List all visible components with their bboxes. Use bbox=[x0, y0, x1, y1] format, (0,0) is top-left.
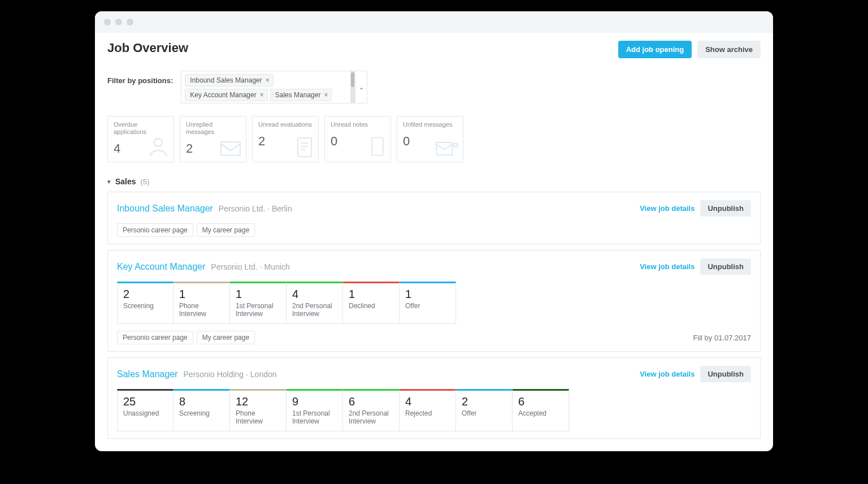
section-header[interactable]: ▾ Sales (5) bbox=[107, 177, 761, 186]
stage-cell[interactable]: 8Screening bbox=[173, 389, 230, 431]
remove-tag-icon[interactable]: × bbox=[324, 91, 328, 99]
app-window: Job Overview Add job opening Show archiv… bbox=[95, 11, 773, 451]
channel-tag[interactable]: My career page bbox=[197, 223, 255, 237]
stat-label: Unread evaluations bbox=[258, 121, 313, 128]
filter-scrollbar[interactable] bbox=[350, 71, 355, 103]
job-meta: Personio Holding · London bbox=[181, 370, 277, 379]
filter-row: Filter by positions: Inbound Sales Manag… bbox=[107, 71, 761, 103]
add-job-opening-button[interactable]: Add job opening bbox=[618, 41, 692, 58]
position-filter-input[interactable]: Inbound Sales Manager×Key Account Manage… bbox=[181, 71, 350, 103]
unpublish-button[interactable]: Unpublish bbox=[700, 366, 751, 382]
filter-tag: Inbound Sales Manager× bbox=[185, 74, 273, 87]
stage-cell[interactable]: 1Offer bbox=[400, 282, 456, 324]
channel-tag[interactable]: Personio career page bbox=[117, 223, 193, 237]
stage-count: 9 bbox=[292, 395, 337, 408]
header-actions: Add job opening Show archive bbox=[618, 41, 761, 58]
stat-label: Unreplied messages bbox=[186, 121, 240, 136]
filter-tag-label: Inbound Sales Manager bbox=[190, 76, 262, 84]
job-header: Sales Manager Personio Holding · LondonV… bbox=[117, 366, 751, 382]
view-job-details-link[interactable]: View job details bbox=[640, 370, 695, 378]
stage-count: 12 bbox=[236, 395, 280, 408]
remove-tag-icon[interactable]: × bbox=[266, 76, 270, 84]
job-meta: Personio Ltd. · Berlin bbox=[216, 204, 292, 213]
stage-count: 1 bbox=[236, 288, 280, 301]
view-job-details-link[interactable]: View job details bbox=[640, 204, 695, 213]
stage-count: 6 bbox=[349, 395, 393, 408]
stage-grid: 25Unassigned8Screening12Phone Interview9… bbox=[117, 389, 751, 431]
unpublish-button[interactable]: Unpublish bbox=[700, 200, 751, 217]
job-title-link[interactable]: Inbound Sales Manager bbox=[117, 204, 213, 213]
svg-rect-1 bbox=[221, 142, 240, 155]
stage-cell[interactable]: 12Phone Interview bbox=[230, 389, 287, 431]
stage-count: 1 bbox=[179, 288, 224, 301]
stage-cell[interactable]: 4Rejected bbox=[400, 389, 456, 431]
stage-label: 2nd Personal Interview bbox=[292, 302, 337, 318]
stage-label: 2nd Personal Interview bbox=[349, 409, 393, 425]
chevron-down-icon: ⌄ bbox=[359, 84, 364, 91]
content-area: Job Overview Add job opening Show archiv… bbox=[95, 33, 773, 451]
stage-count: 8 bbox=[179, 395, 224, 408]
filter-dropdown-toggle[interactable]: ⌄ bbox=[355, 71, 367, 103]
stage-label: Phone Interview bbox=[179, 302, 224, 318]
stage-cell[interactable]: 1Phone Interview bbox=[173, 282, 230, 324]
job-header: Key Account Manager Personio Ltd. · Muni… bbox=[117, 258, 751, 275]
section-count: (5) bbox=[141, 178, 150, 186]
stage-cell[interactable]: 1Declined bbox=[343, 282, 400, 324]
stage-count: 4 bbox=[292, 288, 337, 301]
stage-label: Rejected bbox=[405, 409, 450, 417]
remove-tag-icon[interactable]: × bbox=[260, 91, 264, 99]
stage-cell[interactable]: 25Unassigned bbox=[117, 389, 173, 431]
stage-cell[interactable]: 62nd Personal Interview bbox=[343, 389, 400, 431]
stat-label: Overdue applications bbox=[114, 121, 168, 136]
show-archive-button[interactable]: Show archive bbox=[697, 41, 761, 58]
stat-card[interactable]: Unread evaluations2 bbox=[252, 116, 319, 162]
stat-icon bbox=[294, 135, 315, 161]
svg-rect-2 bbox=[298, 138, 311, 157]
svg-rect-7 bbox=[436, 142, 452, 155]
stage-label: Screening bbox=[123, 302, 167, 310]
stage-count: 2 bbox=[462, 395, 506, 408]
stage-label: Offer bbox=[462, 409, 506, 417]
scrollbar-thumb[interactable] bbox=[351, 72, 354, 87]
filter-tag-label: Sales Manager bbox=[275, 91, 321, 99]
job-title-link[interactable]: Key Account Manager bbox=[117, 262, 206, 271]
stage-cell[interactable]: 2Offer bbox=[456, 389, 513, 431]
stat-card[interactable]: Unfiled messages0? bbox=[397, 116, 463, 162]
stat-icon bbox=[146, 135, 170, 161]
section-name: Sales bbox=[115, 177, 136, 186]
stage-count: 1 bbox=[405, 288, 450, 301]
svg-rect-6 bbox=[372, 137, 383, 155]
stage-cell[interactable]: 91st Personal Interview bbox=[287, 389, 343, 431]
stat-icon bbox=[368, 135, 387, 161]
window-control-close[interactable] bbox=[104, 19, 111, 25]
job-card-footer: Personio career pageMy career page bbox=[117, 223, 751, 237]
window-control-zoom[interactable] bbox=[127, 19, 133, 25]
unpublish-button[interactable]: Unpublish bbox=[700, 258, 751, 275]
stage-count: 25 bbox=[123, 395, 167, 408]
channel-tag[interactable]: My career page bbox=[197, 331, 255, 344]
stage-count: 4 bbox=[405, 395, 450, 408]
svg-point-0 bbox=[154, 139, 162, 146]
stage-cell[interactable]: 11st Personal Interview bbox=[230, 282, 287, 324]
view-job-details-link[interactable]: View job details bbox=[640, 262, 695, 271]
stat-card[interactable]: Unreplied messages2 bbox=[180, 116, 246, 162]
stage-label: Declined bbox=[349, 302, 393, 310]
stat-card[interactable]: Unread notes0 bbox=[324, 116, 391, 162]
stage-label: 1st Personal Interview bbox=[292, 409, 337, 425]
stage-cell[interactable]: 42nd Personal Interview bbox=[287, 282, 343, 324]
page-header: Job Overview Add job opening Show archiv… bbox=[107, 41, 761, 58]
filter-tag-label: Key Account Manager bbox=[190, 91, 256, 99]
stage-count: 6 bbox=[518, 395, 563, 408]
window-titlebar bbox=[95, 11, 773, 33]
channel-row: Personio career pageMy career page bbox=[117, 223, 255, 237]
stat-card[interactable]: Overdue applications4 bbox=[107, 116, 174, 162]
stage-label: Screening bbox=[179, 409, 224, 417]
filter-label: Filter by positions: bbox=[107, 71, 173, 85]
stage-cell[interactable]: 2Screening bbox=[117, 282, 173, 324]
window-control-minimize[interactable] bbox=[115, 19, 122, 25]
channel-tag[interactable]: Personio career page bbox=[117, 331, 193, 344]
job-title-link[interactable]: Sales Manager bbox=[117, 369, 178, 379]
stage-label: Phone Interview bbox=[236, 409, 280, 425]
job-card: Sales Manager Personio Holding · LondonV… bbox=[107, 357, 761, 439]
stage-cell[interactable]: 6Accepted bbox=[513, 389, 569, 431]
